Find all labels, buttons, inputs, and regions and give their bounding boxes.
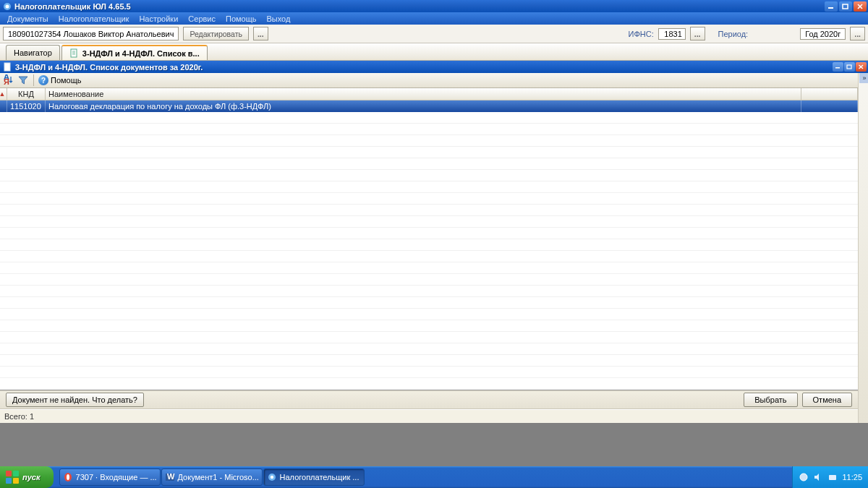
- svg-rect-7: [847, 65, 851, 69]
- cell-knd: 1151020: [7, 100, 46, 112]
- cancel-button[interactable]: Отмена: [802, 393, 852, 407]
- table-header: ▲ КНД Наименование: [0, 88, 858, 100]
- taxpayer-browse-button[interactable]: ...: [253, 27, 268, 40]
- document-table: ▲ КНД Наименование 1151020 Налоговая дек…: [0, 88, 858, 390]
- svg-rect-3: [843, 4, 848, 9]
- ifns-value: 1831: [658, 28, 686, 40]
- taskbar-item-label: Документ1 - Microso...: [178, 473, 259, 481]
- sub-title: 3-НДФЛ и 4-НДФЛ. Список документов за 20…: [15, 63, 833, 72]
- svg-text:W: W: [167, 472, 175, 481]
- menu-exit[interactable]: Выход: [263, 14, 295, 24]
- svg-point-15: [270, 476, 273, 479]
- period-browse-button[interactable]: ...: [850, 27, 865, 40]
- maximize-button[interactable]: [839, 1, 852, 12]
- sub-restore-button[interactable]: [844, 62, 855, 72]
- column-sort-indicator[interactable]: ▲: [0, 88, 7, 100]
- app-icon: [267, 472, 277, 482]
- ifns-browse-button[interactable]: ...: [690, 27, 705, 40]
- svg-rect-17: [829, 475, 836, 480]
- menu-taxpayer[interactable]: Налогоплательщик: [54, 14, 134, 24]
- ifns-label: ИФНС:: [629, 30, 654, 38]
- clock[interactable]: 11:25: [842, 473, 862, 481]
- grid-background: [0, 112, 858, 390]
- not-found-button[interactable]: Документ не найден. Что делать?: [6, 393, 144, 407]
- svg-rect-2: [828, 7, 833, 9]
- tray-icon[interactable]: [827, 472, 838, 482]
- svg-point-16: [800, 474, 807, 481]
- sub-minimize-button[interactable]: [833, 62, 843, 72]
- cell-name: Налоговая декларация по налогу на доходы…: [46, 100, 801, 112]
- system-tray: 11:25: [792, 466, 868, 488]
- sub-toolbar: AЯ ? Помощь: [0, 73, 858, 88]
- sub-window: 3-НДФЛ и 4-НДФЛ. Список документов за 20…: [0, 61, 868, 423]
- tab-doclist[interactable]: 3-НДФЛ и 4-НДФЛ. Список в...: [61, 45, 208, 60]
- tray-icon[interactable]: [799, 472, 809, 482]
- infobar: 180901027354 Лошаков Виктор Анатольевич …: [0, 25, 868, 43]
- menu-documents[interactable]: Документы: [3, 14, 53, 24]
- status-total: Всего: 1: [4, 412, 34, 421]
- app-icon: [3, 2, 12, 11]
- windows-logo-icon: [6, 471, 19, 484]
- start-button[interactable]: пуск: [0, 466, 54, 488]
- help-label: Помощь: [51, 76, 82, 85]
- volume-icon[interactable]: [813, 472, 823, 482]
- edit-button[interactable]: Редактировать: [183, 27, 249, 40]
- tab-navigator[interactable]: Навигатор: [6, 45, 60, 60]
- select-button[interactable]: Выбрать: [744, 393, 797, 407]
- start-label: пуск: [22, 473, 41, 481]
- column-empty[interactable]: [801, 88, 858, 100]
- opera-icon: [63, 472, 73, 482]
- sort-az-icon[interactable]: AЯ: [3, 74, 14, 86]
- taskbar-item-label: 7307 · Входящие — ...: [76, 473, 157, 481]
- mdi-background: [0, 423, 868, 466]
- help-icon: ?: [38, 75, 48, 85]
- column-knd[interactable]: КНД: [7, 88, 46, 100]
- sub-close-button[interactable]: [856, 62, 867, 72]
- taskbar: пуск 7307 · Входящие — ... W Документ1 -…: [0, 466, 868, 488]
- year-value: Год 2020г: [800, 28, 846, 40]
- taskbar-item-label: Налогоплательщик ...: [280, 473, 359, 481]
- taskbar-item[interactable]: W Документ1 - Microso...: [161, 468, 263, 486]
- minimize-button[interactable]: [825, 1, 838, 12]
- menubar: Документы Налогоплательщик Настройки Сер…: [0, 12, 868, 25]
- word-icon: W: [165, 472, 175, 482]
- svg-text:Я: Я: [4, 77, 9, 86]
- svg-point-11: [67, 474, 69, 480]
- column-name[interactable]: Наименование: [46, 88, 801, 100]
- menu-service[interactable]: Сервис: [184, 14, 220, 24]
- taxpayer-field: 180901027354 Лошаков Виктор Анатольевич: [3, 27, 179, 40]
- table-row[interactable]: 1151020 Налоговая декларация по налогу н…: [0, 100, 858, 112]
- period-label: Период:: [718, 30, 749, 38]
- tab-doclist-label: 3-НДФЛ и 4-НДФЛ. Список в...: [82, 49, 200, 58]
- app-title: Налогоплательщик ЮЛ 4.65.5: [14, 2, 825, 11]
- menu-help[interactable]: Помощь: [221, 14, 261, 24]
- status-bar: Всего: 1: [0, 409, 858, 423]
- taxpayer-value: 180901027354 Лошаков Виктор Анатольевич: [8, 30, 174, 38]
- taskbar-item[interactable]: 7307 · Входящие — ...: [59, 468, 161, 486]
- svg-rect-6: [835, 67, 840, 69]
- close-button[interactable]: [854, 1, 867, 12]
- svg-point-1: [6, 4, 9, 8]
- main-titlebar: Налогоплательщик ЮЛ 4.65.5: [0, 0, 868, 12]
- taskbar-item[interactable]: Налогоплательщик ...: [263, 468, 365, 486]
- tabbar: Навигатор 3-НДФЛ и 4-НДФЛ. Список в...: [0, 43, 868, 61]
- svg-rect-4: [71, 49, 77, 57]
- chevron-icon[interactable]: »: [859, 73, 868, 83]
- sub-titlebar: 3-НДФЛ и 4-НДФЛ. Список документов за 20…: [0, 61, 868, 73]
- help-button[interactable]: ? Помощь: [38, 75, 82, 85]
- filter-icon[interactable]: [17, 74, 29, 86]
- button-row: Документ не найден. Что делать? Выбрать …: [0, 390, 858, 409]
- tab-navigator-label: Навигатор: [14, 48, 52, 57]
- document-icon: [69, 48, 80, 59]
- svg-rect-5: [4, 63, 10, 71]
- document-icon: [3, 62, 13, 72]
- menu-settings[interactable]: Настройки: [135, 14, 182, 24]
